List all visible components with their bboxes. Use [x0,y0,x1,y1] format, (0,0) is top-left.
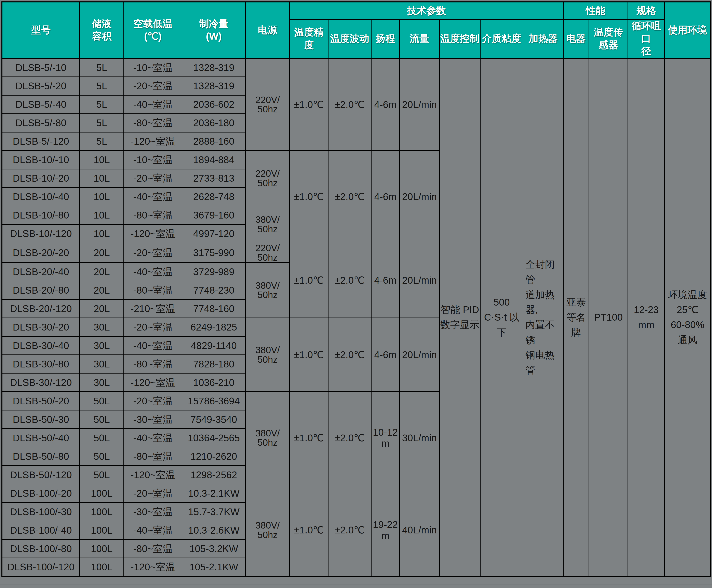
cell-cooling-capacity: 1894-884 [182,150,246,169]
cell-tank-volume: 50L [80,410,124,429]
cell-temp-fluctuation: ±2.0℃ [328,318,371,392]
cell-cooling-capacity: 1328-319 [182,58,246,77]
cell-model: DLSB-20/-80 [2,281,80,299]
cell-cooling-capacity: 2888-160 [182,132,246,150]
cell-temp-accuracy: ±1.0℃ [290,150,328,243]
cell-electrics: 亚泰 等名 牌 [563,58,589,576]
cell-noload-low-temp: -80~室温 [124,113,182,132]
cell-noload-low-temp: -80~室温 [124,281,182,299]
cell-model: DLSB-5/-80 [2,113,80,132]
cell-power-supply: 380V/ 50hz [246,392,290,484]
cell-tank-volume: 100L [80,521,124,540]
cell-tank-volume: 20L [80,299,124,318]
cell-lift: 4-6m [371,318,400,392]
cell-noload-low-temp: -120~室温 [124,466,182,484]
cell-tank-volume: 30L [80,355,124,373]
cell-flow-rate: 40L/min [400,484,440,576]
cell-tank-volume: 50L [80,466,124,484]
group-header-technical-params: 技术参数 [290,2,563,20]
cell-noload-low-temp: -40~室温 [124,262,182,281]
spec-table-header: 型号储液 容积空载低温 (℃)制冷量 (W)电源技术参数性能规格使用环境温度精度… [2,2,711,59]
cell-cooling-capacity: 7828-180 [182,355,246,373]
cell-temp-accuracy: ±1.0℃ [290,484,328,576]
cell-tank-volume: 10L [80,206,124,225]
cell-noload-low-temp: -20~室温 [124,243,182,262]
cell-cooling-capacity: 1298-2562 [182,466,246,484]
cell-model: DLSB-50/-80 [2,447,80,466]
cell-tank-volume: 10L [80,150,124,169]
cell-model: DLSB-30/-20 [2,318,80,336]
cell-model: DLSB-100/-30 [2,503,80,521]
cell-cooling-capacity: 10364-2565 [182,429,246,447]
cell-tank-volume: 50L [80,429,124,447]
cell-cooling-capacity: 4829-1140 [182,336,246,355]
cell-model: DLSB-50/-30 [2,410,80,429]
cell-power-supply: 220V/ 50hz [246,150,290,206]
cell-operating-environment: 环境温度 25℃ 60-80% 通风 [665,58,711,576]
cell-nozzle-diameter: 12-23 mm [628,58,665,576]
cell-model: DLSB-5/-40 [2,95,80,113]
cell-cooling-capacity: 105-3.2KW [182,540,246,558]
cell-noload-low-temp: -10~室温 [124,58,182,77]
cell-cooling-capacity: 10.3-2.6KW [182,521,246,540]
cell-model: DLSB-10/-20 [2,169,80,188]
cell-noload-low-temp: -30~室温 [124,410,182,429]
cell-temp-fluctuation: ±2.0℃ [328,150,371,243]
cell-model: DLSB-100/-40 [2,521,80,540]
cell-noload-low-temp: -80~室温 [124,540,182,558]
cell-noload-low-temp: -80~室温 [124,206,182,225]
cell-noload-low-temp: -20~室温 [124,484,182,503]
cell-temp-fluctuation: ±2.0℃ [328,58,371,150]
cell-cooling-capacity: 4997-120 [182,225,246,243]
cell-temp-control: 智能 PID 数字显示 [440,58,480,576]
cell-tank-volume: 50L [80,447,124,466]
cell-tank-volume: 100L [80,484,124,503]
cell-model: DLSB-30/-80 [2,355,80,373]
cell-lift: 4-6m [371,243,400,318]
cell-cooling-capacity: 3175-990 [182,243,246,262]
cell-noload-low-temp: -40~室温 [124,95,182,113]
cell-temp-accuracy: ±1.0℃ [290,318,328,392]
cell-noload-low-temp: -40~室温 [124,429,182,447]
col-header-medium-viscosity: 介质粘度 [480,20,523,59]
cell-cooling-capacity: 6249-1825 [182,318,246,336]
cell-model: DLSB-100/-80 [2,540,80,558]
cell-temp-sensor: PT100 [589,58,628,576]
cell-cooling-capacity: 7748-230 [182,281,246,299]
cell-flow-rate: 20L/min [400,58,440,150]
cell-tank-volume: 5L [80,95,124,113]
cell-tank-volume: 5L [80,132,124,150]
col-header-temp-control: 温度控制 [440,20,480,59]
cell-noload-low-temp: -30~室温 [124,503,182,521]
cell-cooling-capacity: 2628-748 [182,188,246,206]
cell-cooling-capacity: 3729-989 [182,262,246,281]
cell-power-supply: 380V/ 50hz [246,484,290,576]
col-header-heater: 加热器 [523,20,563,59]
cell-noload-low-temp: -40~室温 [124,188,182,206]
cell-tank-volume: 5L [80,77,124,95]
cell-cooling-capacity: 2036-180 [182,113,246,132]
col-header-temp-fluctuation: 温度波动 [328,20,371,59]
cell-noload-low-temp: -40~室温 [124,521,182,540]
cell-temp-accuracy: ±1.0℃ [290,58,328,150]
cell-noload-low-temp: -80~室温 [124,447,182,466]
cell-noload-low-temp: -10~室温 [124,150,182,169]
cell-model: DLSB-100/-20 [2,484,80,503]
cell-cooling-capacity: 105-2.1KW [182,558,246,576]
col-header-flow-rate: 流量 [400,20,440,59]
cell-cooling-capacity: 3679-160 [182,206,246,225]
cell-cooling-capacity: 10.3-2.1KW [182,484,246,503]
cell-noload-low-temp: -20~室温 [124,318,182,336]
bottom-divider-line [0,585,712,585]
cell-tank-volume: 20L [80,262,124,281]
cell-noload-low-temp: -120~室温 [124,373,182,392]
cell-temp-accuracy: ±1.0℃ [290,243,328,318]
group-header-performance: 性能 [563,2,628,20]
cell-temp-fluctuation: ±2.0℃ [328,392,371,484]
col-header-lift: 扬程 [371,20,400,59]
cell-noload-low-temp: -120~室温 [124,558,182,576]
cell-temp-accuracy: ±1.0℃ [290,392,328,484]
cell-temp-fluctuation: ±2.0℃ [328,243,371,318]
cell-model: DLSB-30/-40 [2,336,80,355]
cell-tank-volume: 20L [80,243,124,262]
